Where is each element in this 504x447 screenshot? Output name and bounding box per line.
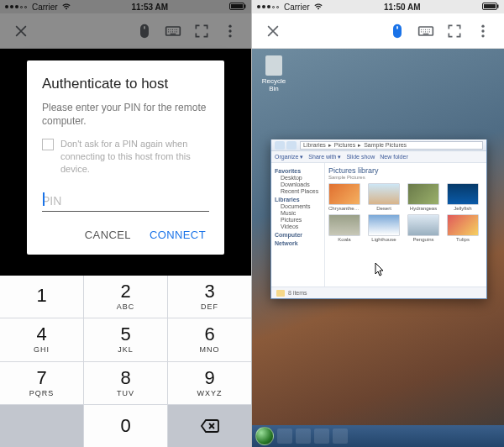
sidebar-libraries[interactable]: Libraries	[275, 197, 321, 202]
clock-label: 11:50 AM	[323, 3, 482, 12]
thumb-caption: Penguins	[407, 237, 439, 242]
picture-thumbnail[interactable]: Koala	[328, 214, 360, 242]
picture-thumbnail[interactable]: Tulips	[447, 214, 479, 242]
picture-thumbnail[interactable]: Lighthouse	[368, 214, 400, 242]
key-0[interactable]: 0	[84, 405, 167, 447]
sidebar-network[interactable]: Network	[275, 240, 321, 246]
thumb-caption: Tulips	[447, 237, 479, 242]
key-backspace[interactable]	[168, 405, 251, 447]
sidebar-item[interactable]: Music	[275, 210, 321, 216]
window-statusbar: 8 items	[271, 287, 486, 298]
windows-taskbar[interactable]	[252, 425, 504, 447]
key-4[interactable]: 4GHI	[0, 318, 83, 360]
remember-label: Don't ask for a PIN again when connectin…	[60, 138, 209, 176]
breadcrumb[interactable]: Libraries▸ Pictures▸ Sample Pictures	[300, 141, 483, 150]
numeric-keypad: 1 2ABC 3DEF 4GHI 5JKL 6MNO 7PQRS 8TUV 9W…	[0, 276, 251, 447]
recycle-bin-icon[interactable]: Recycle Bin	[259, 55, 289, 92]
toolbar-slideshow[interactable]: Slide show	[346, 154, 375, 160]
sidebar-item[interactable]: Downloads	[275, 181, 321, 187]
key-2[interactable]: 2ABC	[84, 276, 167, 318]
input-caret	[43, 192, 45, 206]
carrier-label: Carrier	[284, 3, 310, 12]
thumb-caption: Chrysanthemum	[328, 206, 360, 211]
sidebar-item[interactable]: Desktop	[275, 175, 321, 181]
modal-title: Authenticate to host	[42, 76, 209, 92]
modal-subtitle: Please enter your PIN for the remote com…	[42, 101, 209, 128]
svg-point-12	[481, 29, 484, 32]
cancel-button[interactable]: CANCEL	[81, 224, 134, 246]
status-text: 8 items	[288, 290, 307, 296]
recycle-bin-label: Recycle Bin	[259, 77, 289, 92]
explorer-sidebar: Favorites Desktop Downloads Recent Place…	[271, 163, 325, 287]
thumb-caption: Lighthouse	[368, 237, 400, 242]
library-subtitle: Sample Pictures	[328, 175, 483, 180]
library-title: Pictures library	[328, 166, 483, 175]
auth-modal: Authenticate to host Please enter your P…	[27, 60, 224, 255]
mouse-icon[interactable]	[383, 17, 412, 45]
key-9[interactable]: 9WXYZ	[168, 362, 251, 404]
toolbar-organize[interactable]: Organize ▾	[275, 154, 303, 160]
start-button[interactable]	[255, 427, 274, 445]
toolbar-share[interactable]: Share with ▾	[308, 154, 341, 160]
window-addressbar: Libraries▸ Pictures▸ Sample Pictures	[271, 139, 486, 151]
picture-thumbnail[interactable]: Penguins	[407, 214, 439, 242]
svg-point-11	[481, 24, 484, 27]
sidebar-item[interactable]: Documents	[275, 203, 321, 209]
toolbar-newfolder[interactable]: New folder	[380, 154, 407, 160]
remote-desktop[interactable]: Recycle Bin Libraries▸ Pictures▸ Sample …	[252, 49, 504, 447]
thumb-caption: Desert	[368, 206, 400, 211]
fullscreen-icon[interactable]	[440, 17, 469, 45]
key-6[interactable]: 6MNO	[168, 318, 251, 360]
more-icon[interactable]	[469, 17, 497, 45]
app-toolbar-right	[252, 13, 504, 49]
key-5[interactable]: 5JKL	[84, 318, 167, 360]
battery-icon	[482, 3, 499, 12]
explorer-main: Pictures library Sample Pictures Chrysan…	[325, 163, 486, 287]
sidebar-item[interactable]: Recent Places	[275, 188, 321, 194]
key-3[interactable]: 3DEF	[168, 276, 251, 318]
thumb-caption: Koala	[328, 237, 360, 242]
sidebar-favorites[interactable]: Favorites	[275, 168, 321, 174]
picture-thumbnail[interactable]: Chrysanthemum	[328, 183, 360, 211]
remember-checkbox[interactable]	[42, 139, 54, 150]
sidebar-item[interactable]: Pictures	[275, 217, 321, 223]
pin-input[interactable]	[42, 191, 209, 212]
thumb-caption: Jellyfish	[447, 206, 479, 211]
taskbar-icon[interactable]	[333, 429, 348, 444]
nav-back-forward[interactable]	[275, 141, 297, 150]
svg-rect-9	[497, 4, 499, 8]
close-icon[interactable]	[259, 17, 287, 45]
taskbar-icon[interactable]	[314, 429, 329, 444]
connect-button[interactable]: CONNECT	[146, 224, 209, 246]
wifi-icon	[314, 3, 323, 12]
svg-point-13	[481, 34, 484, 37]
taskbar-icon[interactable]	[296, 429, 311, 444]
sidebar-item[interactable]: Videos	[275, 224, 321, 229]
picture-thumbnail[interactable]: Desert	[368, 183, 400, 211]
window-toolbar: Organize ▾ Share with ▾ Slide show New f…	[271, 151, 486, 163]
key-7[interactable]: 7PQRS	[0, 362, 83, 404]
ios-status-bar-right: Carrier 11:50 AM	[252, 0, 504, 13]
keyboard-icon[interactable]	[412, 17, 440, 45]
key-8[interactable]: 8TUV	[84, 362, 167, 404]
taskbar-icon[interactable]	[277, 429, 292, 444]
key-1[interactable]: 1	[0, 276, 83, 318]
key-blank	[0, 405, 83, 447]
picture-thumbnail[interactable]: Hydrangeas	[407, 183, 439, 211]
svg-rect-8	[484, 4, 496, 8]
sidebar-computer[interactable]: Computer	[275, 232, 321, 238]
folder-icon	[276, 290, 285, 297]
cursor-icon	[375, 262, 385, 277]
thumb-caption: Hydrangeas	[407, 206, 439, 211]
picture-thumbnail[interactable]: Jellyfish	[447, 183, 479, 211]
